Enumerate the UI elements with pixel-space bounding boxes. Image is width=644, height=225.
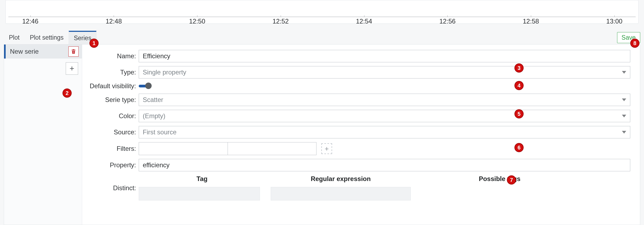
color-select[interactable]: (Empty) bbox=[139, 110, 630, 122]
add-filter-button[interactable]: + bbox=[321, 143, 332, 154]
annotation-badge-3: 3 bbox=[514, 63, 524, 73]
series-sidebar: New serie + bbox=[4, 45, 82, 225]
tab-plot-settings[interactable]: Plot settings bbox=[25, 31, 69, 44]
series-list-item[interactable]: New serie bbox=[4, 45, 82, 59]
name-label: Name: bbox=[82, 52, 139, 60]
filter-value-input[interactable] bbox=[228, 142, 316, 155]
distinct-tag-header: Tag bbox=[139, 175, 265, 183]
timeline-axis: 12:46 12:48 12:50 12:52 12:54 12:56 12:5… bbox=[8, 17, 636, 17]
annotation-badge-8: 8 bbox=[630, 39, 639, 48]
color-value: (Empty) bbox=[143, 112, 622, 120]
series-form: Name: Efficiency Type: Single property D… bbox=[82, 45, 640, 225]
name-value: Efficiency bbox=[143, 52, 170, 60]
timeline-tick: 13:00 bbox=[606, 18, 622, 25]
type-label: Type: bbox=[82, 69, 139, 76]
name-input[interactable]: Efficiency bbox=[139, 50, 630, 62]
annotation-badge-1: 1 bbox=[89, 39, 99, 48]
trash-icon bbox=[71, 49, 76, 54]
timeline-tick: 12:58 bbox=[523, 18, 539, 25]
distinct-regex-input[interactable] bbox=[271, 187, 411, 200]
type-select[interactable]: Single property bbox=[139, 66, 630, 79]
toggle-knob bbox=[145, 83, 152, 89]
serie-type-select[interactable]: Scatter bbox=[139, 94, 630, 106]
color-label: Color: bbox=[82, 112, 139, 120]
property-value: efficiency bbox=[143, 161, 170, 169]
source-value: First source bbox=[143, 128, 622, 136]
series-panel: New serie + Name: Efficiency Type: Singl… bbox=[4, 44, 640, 225]
timeline-tick: 12:48 bbox=[106, 18, 122, 25]
chevron-down-icon bbox=[622, 71, 626, 74]
property-input[interactable]: efficiency bbox=[139, 159, 630, 171]
filters-label: Filters: bbox=[82, 145, 139, 152]
timeline-tick: 12:56 bbox=[439, 18, 455, 25]
tab-plot[interactable]: Plot bbox=[4, 31, 25, 44]
chevron-down-icon bbox=[622, 131, 626, 134]
type-value: Single property bbox=[143, 69, 622, 76]
annotation-badge-7: 7 bbox=[507, 175, 516, 185]
distinct-tag-input[interactable] bbox=[139, 187, 260, 200]
source-label: Source: bbox=[82, 128, 139, 136]
annotation-badge-6: 6 bbox=[514, 143, 524, 152]
distinct-label: Distinct: bbox=[82, 184, 139, 192]
source-select[interactable]: First source bbox=[139, 126, 630, 138]
tab-bar: Plot Plot settings Series bbox=[4, 31, 96, 44]
timeline-tick: 12:54 bbox=[356, 18, 372, 25]
serie-type-value: Scatter bbox=[143, 96, 622, 104]
distinct-regex-header: Regular expression bbox=[265, 175, 416, 183]
annotation-badge-2: 2 bbox=[62, 88, 72, 98]
delete-series-button[interactable] bbox=[68, 46, 79, 57]
add-series-button[interactable]: + bbox=[66, 62, 78, 75]
annotation-badge-5: 5 bbox=[514, 109, 524, 118]
annotation-badge-4: 4 bbox=[514, 81, 524, 90]
timeline-tick: 12:52 bbox=[273, 18, 289, 25]
serie-type-label: Serie type: bbox=[82, 96, 139, 104]
visibility-toggle[interactable] bbox=[139, 85, 149, 87]
visibility-label: Default visibility: bbox=[82, 82, 139, 90]
chevron-down-icon bbox=[622, 115, 626, 117]
series-item-label: New serie bbox=[10, 48, 68, 55]
property-label: Property: bbox=[82, 161, 139, 169]
timeline-tick: 12:50 bbox=[189, 18, 205, 25]
timeline-tick: 12:46 bbox=[22, 18, 38, 25]
distinct-possible-header: Possible tags bbox=[416, 175, 583, 183]
filter-key-input[interactable] bbox=[139, 142, 228, 155]
chevron-down-icon bbox=[622, 98, 626, 101]
timeline-ruler: 12:46 12:48 12:50 12:52 12:54 12:56 12:5… bbox=[5, 0, 639, 24]
